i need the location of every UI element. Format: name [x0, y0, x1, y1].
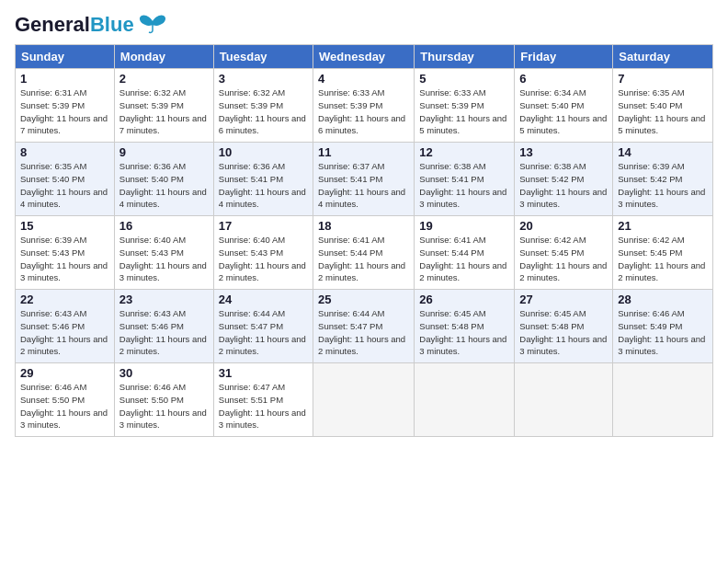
day-number: 3 [219, 72, 308, 86]
calendar-day-cell: 28Sunrise: 6:46 AMSunset: 5:49 PMDayligh… [613, 290, 713, 363]
day-info: Sunrise: 6:38 AMSunset: 5:42 PMDaylight:… [519, 160, 608, 211]
calendar-week-row: 8Sunrise: 6:35 AMSunset: 5:40 PMDaylight… [16, 143, 713, 216]
day-info: Sunrise: 6:41 AMSunset: 5:44 PMDaylight:… [419, 234, 509, 284]
calendar-day-cell: 19Sunrise: 6:41 AMSunset: 5:44 PMDayligh… [415, 216, 515, 290]
day-info: Sunrise: 6:43 AMSunset: 5:46 PMDaylight:… [20, 307, 109, 358]
weekday-header-row: Sunday Monday Tuesday Wednesday Thursday… [16, 45, 713, 69]
day-number: 27 [519, 293, 608, 306]
logo-general: General [15, 13, 90, 36]
day-info: Sunrise: 6:33 AMSunset: 5:39 PMDaylight:… [419, 86, 509, 137]
calendar-day-cell: 6Sunrise: 6:34 AMSunset: 5:40 PMDaylight… [515, 69, 613, 143]
header-thursday: Thursday [415, 45, 515, 69]
calendar-day-cell: 30Sunrise: 6:46 AMSunset: 5:50 PMDayligh… [114, 363, 213, 437]
day-info: Sunrise: 6:46 AMSunset: 5:50 PMDaylight:… [119, 381, 209, 431]
day-number: 21 [618, 219, 708, 233]
day-number: 16 [119, 219, 209, 233]
day-info: Sunrise: 6:39 AMSunset: 5:42 PMDaylight:… [618, 160, 708, 211]
calendar-empty-cell [415, 363, 515, 437]
calendar-day-cell: 16Sunrise: 6:40 AMSunset: 5:43 PMDayligh… [114, 216, 213, 290]
calendar-week-row: 29Sunrise: 6:46 AMSunset: 5:50 PMDayligh… [16, 363, 713, 437]
calendar-empty-cell [313, 363, 415, 437]
calendar-day-cell: 11Sunrise: 6:37 AMSunset: 5:41 PMDayligh… [313, 143, 415, 216]
calendar-table: Sunday Monday Tuesday Wednesday Thursday… [15, 44, 713, 437]
calendar-day-cell: 14Sunrise: 6:39 AMSunset: 5:42 PMDayligh… [613, 143, 713, 216]
day-number: 15 [20, 219, 109, 233]
day-info: Sunrise: 6:39 AMSunset: 5:43 PMDaylight:… [20, 234, 109, 284]
calendar-day-cell: 31Sunrise: 6:47 AMSunset: 5:51 PMDayligh… [213, 363, 313, 437]
day-number: 20 [519, 219, 608, 233]
header: GeneralBlue [15, 15, 713, 35]
day-number: 13 [519, 145, 608, 159]
day-number: 12 [419, 145, 509, 159]
day-info: Sunrise: 6:35 AMSunset: 5:40 PMDaylight:… [618, 86, 708, 137]
day-info: Sunrise: 6:47 AMSunset: 5:51 PMDaylight:… [219, 381, 308, 431]
day-info: Sunrise: 6:34 AMSunset: 5:40 PMDaylight:… [519, 86, 608, 137]
calendar-day-cell: 5Sunrise: 6:33 AMSunset: 5:39 PMDaylight… [415, 69, 515, 143]
day-info: Sunrise: 6:40 AMSunset: 5:43 PMDaylight:… [119, 234, 209, 284]
calendar-week-row: 15Sunrise: 6:39 AMSunset: 5:43 PMDayligh… [16, 216, 713, 290]
page-container: GeneralBlue Sunday Monday Tuesday Wednes… [0, 0, 728, 444]
calendar-day-cell: 22Sunrise: 6:43 AMSunset: 5:46 PMDayligh… [16, 290, 115, 363]
calendar-day-cell: 2Sunrise: 6:32 AMSunset: 5:39 PMDaylight… [114, 69, 213, 143]
day-number: 5 [419, 72, 509, 86]
day-info: Sunrise: 6:36 AMSunset: 5:41 PMDaylight:… [219, 160, 308, 211]
day-number: 31 [219, 366, 308, 380]
day-number: 24 [219, 293, 308, 306]
calendar-day-cell: 3Sunrise: 6:32 AMSunset: 5:39 PMDaylight… [213, 69, 313, 143]
calendar-day-cell: 12Sunrise: 6:38 AMSunset: 5:41 PMDayligh… [415, 143, 515, 216]
day-number: 19 [419, 219, 509, 233]
calendar-day-cell: 15Sunrise: 6:39 AMSunset: 5:43 PMDayligh… [16, 216, 115, 290]
logo: GeneralBlue [15, 15, 167, 35]
day-info: Sunrise: 6:31 AMSunset: 5:39 PMDaylight:… [20, 86, 109, 137]
day-number: 9 [119, 145, 209, 159]
calendar-day-cell: 24Sunrise: 6:44 AMSunset: 5:47 PMDayligh… [213, 290, 313, 363]
day-info: Sunrise: 6:35 AMSunset: 5:40 PMDaylight:… [20, 160, 109, 211]
header-wednesday: Wednesday [313, 45, 415, 69]
logo-blue: Blue [90, 13, 134, 36]
calendar-week-row: 1Sunrise: 6:31 AMSunset: 5:39 PMDaylight… [16, 69, 713, 143]
calendar-day-cell: 21Sunrise: 6:42 AMSunset: 5:45 PMDayligh… [613, 216, 713, 290]
day-info: Sunrise: 6:44 AMSunset: 5:47 PMDaylight:… [219, 307, 308, 358]
calendar-day-cell: 18Sunrise: 6:41 AMSunset: 5:44 PMDayligh… [313, 216, 415, 290]
day-number: 18 [318, 219, 409, 233]
day-number: 4 [318, 72, 409, 86]
day-info: Sunrise: 6:45 AMSunset: 5:48 PMDaylight:… [419, 307, 509, 358]
day-info: Sunrise: 6:45 AMSunset: 5:48 PMDaylight:… [519, 307, 608, 358]
day-number: 29 [20, 366, 109, 380]
day-number: 6 [519, 72, 608, 86]
day-number: 30 [119, 366, 209, 380]
day-info: Sunrise: 6:38 AMSunset: 5:41 PMDaylight:… [419, 160, 509, 211]
calendar-day-cell: 10Sunrise: 6:36 AMSunset: 5:41 PMDayligh… [213, 143, 313, 216]
calendar-empty-cell [515, 363, 613, 437]
calendar-day-cell: 23Sunrise: 6:43 AMSunset: 5:46 PMDayligh… [114, 290, 213, 363]
calendar-day-cell: 7Sunrise: 6:35 AMSunset: 5:40 PMDaylight… [613, 69, 713, 143]
day-number: 26 [419, 293, 509, 306]
day-info: Sunrise: 6:40 AMSunset: 5:43 PMDaylight:… [219, 234, 308, 284]
day-number: 10 [219, 145, 308, 159]
day-info: Sunrise: 6:42 AMSunset: 5:45 PMDaylight:… [618, 234, 708, 284]
day-info: Sunrise: 6:46 AMSunset: 5:50 PMDaylight:… [20, 381, 109, 431]
header-sunday: Sunday [16, 45, 115, 69]
day-info: Sunrise: 6:41 AMSunset: 5:44 PMDaylight:… [318, 234, 409, 284]
calendar-day-cell: 27Sunrise: 6:45 AMSunset: 5:48 PMDayligh… [515, 290, 613, 363]
calendar-day-cell: 26Sunrise: 6:45 AMSunset: 5:48 PMDayligh… [415, 290, 515, 363]
day-info: Sunrise: 6:37 AMSunset: 5:41 PMDaylight:… [318, 160, 409, 211]
day-info: Sunrise: 6:42 AMSunset: 5:45 PMDaylight:… [519, 234, 608, 284]
day-number: 1 [20, 72, 109, 86]
day-number: 28 [618, 293, 708, 306]
day-number: 8 [20, 145, 109, 159]
day-info: Sunrise: 6:32 AMSunset: 5:39 PMDaylight:… [119, 86, 209, 137]
logo-bird-icon [138, 14, 167, 34]
day-number: 14 [618, 145, 708, 159]
calendar-day-cell: 8Sunrise: 6:35 AMSunset: 5:40 PMDaylight… [16, 143, 115, 216]
calendar-day-cell: 1Sunrise: 6:31 AMSunset: 5:39 PMDaylight… [16, 69, 115, 143]
calendar-day-cell: 4Sunrise: 6:33 AMSunset: 5:39 PMDaylight… [313, 69, 415, 143]
day-number: 25 [318, 293, 409, 306]
day-number: 22 [20, 293, 109, 306]
calendar-day-cell: 29Sunrise: 6:46 AMSunset: 5:50 PMDayligh… [16, 363, 115, 437]
day-info: Sunrise: 6:43 AMSunset: 5:46 PMDaylight:… [119, 307, 209, 358]
calendar-day-cell: 25Sunrise: 6:44 AMSunset: 5:47 PMDayligh… [313, 290, 415, 363]
day-number: 17 [219, 219, 308, 233]
day-number: 11 [318, 145, 409, 159]
calendar-week-row: 22Sunrise: 6:43 AMSunset: 5:46 PMDayligh… [16, 290, 713, 363]
